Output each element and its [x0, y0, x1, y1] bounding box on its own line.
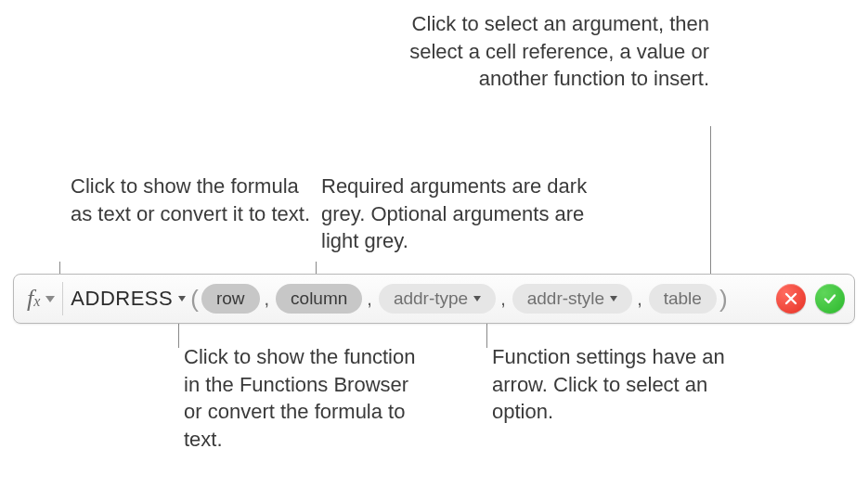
arg-addr-style-label: addr-style: [527, 288, 604, 309]
arg-addr-type[interactable]: addr-type: [379, 284, 496, 314]
arg-row-label: row: [216, 288, 245, 309]
function-name-dropdown[interactable]: ADDRESS: [71, 287, 188, 311]
arg-table[interactable]: table: [649, 284, 717, 314]
cancel-button[interactable]: [776, 284, 806, 314]
callout-required-text: Required arguments are dark grey. Option…: [321, 174, 587, 252]
callout-insert-text: Click to select an argument, then select…: [409, 12, 709, 90]
accept-button[interactable]: [815, 284, 845, 314]
arg-row[interactable]: row: [201, 284, 260, 314]
arg-addr-type-label: addr-type: [394, 288, 468, 309]
callout-settings-text: Function settings have an arrow. Click t…: [492, 345, 725, 423]
callout-fx-text: Click to show the formula as text or con…: [71, 174, 310, 225]
chevron-down-icon: [178, 296, 186, 301]
arg-table-label: table: [664, 288, 702, 309]
callout-settings: Function settings have an arrow. Click t…: [492, 343, 733, 426]
fx-icon: fx: [27, 285, 40, 313]
check-icon: [823, 291, 837, 306]
formula-bar: fx ADDRESS ( row , column , addr-type , …: [13, 274, 855, 324]
arg-addr-style[interactable]: addr-style: [512, 284, 632, 314]
chevron-down-icon: [610, 296, 617, 301]
function-name-label: ADDRESS: [71, 287, 173, 311]
leader-line: [710, 126, 711, 278]
formula-actions: [769, 284, 849, 314]
comma: ,: [496, 288, 512, 310]
leader-line: [486, 320, 487, 348]
arg-column-label: column: [291, 288, 347, 309]
callout-required: Required arguments are dark grey. Option…: [321, 173, 600, 255]
comma: ,: [260, 288, 277, 310]
callout-fnbrowser: Click to show the function in the Functi…: [184, 343, 416, 454]
callout-insert: Click to select an argument, then select…: [403, 10, 709, 93]
callout-fnbrowser-text: Click to show the function in the Functi…: [184, 345, 415, 451]
close-icon: [784, 291, 798, 306]
chevron-down-icon: [45, 296, 55, 302]
open-paren: (: [188, 285, 201, 314]
fx-menu[interactable]: fx: [18, 275, 62, 323]
close-paren: ): [717, 285, 731, 314]
callout-fx: Click to show the formula as text or con…: [71, 173, 312, 227]
formula-tokens: ADDRESS ( row , column , addr-type , add…: [63, 284, 769, 314]
comma: ,: [362, 288, 379, 310]
leader-line: [178, 320, 179, 348]
arg-column[interactable]: column: [276, 284, 362, 314]
comma: ,: [632, 288, 649, 310]
chevron-down-icon: [473, 296, 481, 301]
